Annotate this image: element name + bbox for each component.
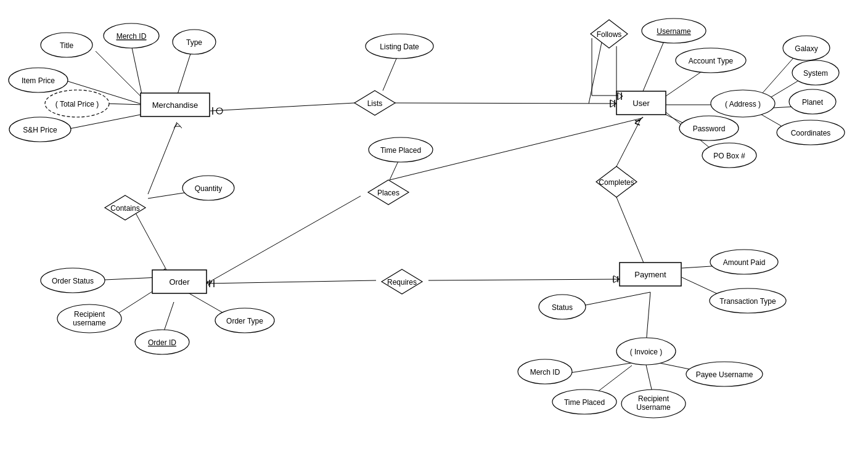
item-price-attr-label: Item Price [22,76,55,85]
total-price-attr-label: ( Total Price ) [55,100,99,108]
transaction-type-attr-label: Transaction Type [719,297,776,306]
coordinates-attr-label: Coordinates [791,129,831,137]
order-status-attr-label: Order Status [52,277,94,285]
contains-label: Contains [110,204,139,213]
svg-line-65 [428,279,620,280]
svg-line-69 [613,279,620,283]
username-attr-label: Username [657,27,691,36]
svg-line-37 [646,292,650,344]
svg-line-36 [586,292,650,305]
time-placed-inv-attr-label: Time Placed [564,398,605,407]
recipient-username-order-attr-label: Recipient [74,310,105,319]
svg-line-4 [105,104,144,105]
quantity-attr-label: Quantity [195,184,223,193]
password-attr-label: Password [693,124,726,133]
galaxy-attr-label: Galaxy [795,44,817,53]
recipient-username-inv-attr-label: Recipient [638,394,669,403]
svg-line-68 [613,275,620,279]
payment-label: Payment [634,270,666,279]
svg-line-62 [207,280,376,284]
recipient-username-order-attr-label2: username [73,319,106,327]
system-attr-label: System [803,69,828,78]
sh-price-attr-label: S&H Price [23,126,57,134]
places-label: Places [377,189,399,197]
user-label: User [633,99,650,108]
lists-label: Lists [367,99,383,108]
order-id-attr-label: Order ID [148,338,176,347]
svg-line-28 [616,118,641,166]
amount-paid-attr-label: Amount Paid [723,258,766,267]
svg-line-1 [131,42,143,100]
completes-label: Completes [599,178,634,187]
svg-line-12 [610,100,616,104]
svg-line-14 [383,54,398,91]
svg-line-9 [395,103,616,104]
invoice-attr-label: ( Invoice ) [630,348,663,356]
svg-line-38 [562,362,635,374]
svg-line-44 [178,123,182,128]
listing-date-attr-label: Listing Date [380,43,419,51]
po-box-attr-label: PO Box # [713,152,745,160]
status-attr-label: Status [552,303,573,312]
svg-line-31 [616,197,646,269]
svg-line-30 [635,123,640,125]
requires-label: Requires [387,278,417,287]
payee-username-attr-label: Payee Username [696,370,753,379]
account-type-attr-label: Account Type [689,57,734,65]
merch-id-inv-attr-label: Merch ID [530,368,560,377]
merchandise-label: Merchandise [152,100,198,110]
svg-line-0 [96,51,143,99]
svg-line-60 [163,302,174,333]
svg-line-15 [641,37,666,96]
time-placed-places-attr-label: Time Placed [380,146,421,155]
svg-line-2 [176,48,192,100]
order-label: Order [169,277,190,287]
planet-attr-label: Planet [802,98,824,107]
svg-line-13 [610,104,616,107]
order-type-attr-label: Order Type [226,317,263,325]
merch-id-attr-label: Merch ID [117,32,147,41]
svg-line-52 [207,196,361,284]
svg-line-42 [148,122,177,194]
er-diagram: Merchandise User Order Payment Lists Pla… [0,0,868,461]
address-attr-label: ( Address ) [725,100,761,108]
svg-point-8 [216,108,223,114]
type-attr-label: Type [186,38,202,47]
svg-line-43 [174,123,178,128]
follows-label: Follows [597,30,622,39]
recipient-username-inv-attr-label2: Username [636,403,671,412]
title-attr-label: Title [60,41,74,50]
svg-line-47 [134,211,166,270]
svg-line-6 [210,103,354,111]
